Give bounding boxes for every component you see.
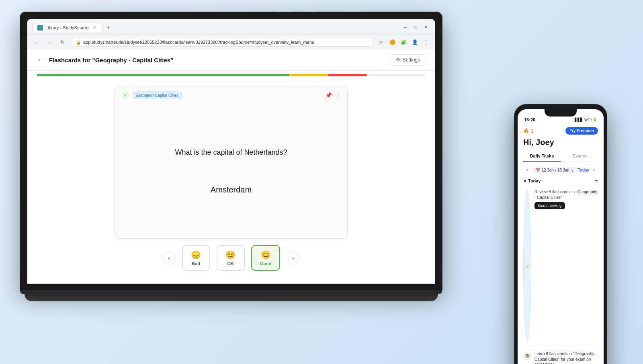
card-divider: [151, 173, 311, 173]
add-task-button[interactable]: +: [594, 177, 598, 184]
ok-label: OK: [227, 261, 234, 266]
laptop-bottom-bezel: [27, 284, 435, 290]
next-week-button[interactable]: ›: [590, 166, 598, 174]
flashcard-area: ✓ European Capital Cities 📌 ⋮ What is th…: [27, 80, 435, 284]
settings-icon: ⚙: [396, 57, 400, 63]
phone: 16:20 ▋▋▋ WiFi 🔋 🔥 1 Try Premium H: [514, 104, 607, 364]
ok-emoji: 😐: [225, 250, 235, 260]
refresh-button[interactable]: ↻: [58, 37, 68, 47]
phone-bezel: 16:20 ▋▋▋ WiFi 🔋 🔥 1 Try Premium H: [514, 104, 607, 364]
page-title: Flashcards for "Geography - Capital Citi…: [49, 57, 173, 63]
flashcard-status-icon: ✓: [121, 91, 129, 99]
task-flashcard-icon: ⚡: [523, 190, 531, 343]
good-emoji: 😊: [261, 250, 271, 260]
bad-emoji: 😞: [191, 250, 201, 260]
prev-week-button[interactable]: ‹: [523, 166, 531, 174]
rating-bar: ‹ 😞 Bad 😐 OK 😊 Good: [163, 239, 300, 277]
browser-window: Library - StudySmarter ✕ + − □ ✕ ← →: [27, 19, 435, 284]
lock-icon: 🔒: [76, 40, 81, 45]
progress-bar-track: [37, 74, 425, 76]
chevron-down-icon: ∨: [571, 168, 574, 172]
tab-daily-tasks[interactable]: Daily Tasks: [523, 151, 561, 162]
more-options-icon[interactable]: ⋮: [335, 92, 341, 98]
bad-label: Bad: [192, 261, 200, 266]
laptop-base: [25, 294, 438, 301]
settings-button[interactable]: ⚙ Settings: [391, 54, 425, 65]
forward-button[interactable]: →: [45, 37, 55, 47]
page-header-left: ← Flashcards for "Geography - Capital Ci…: [37, 56, 173, 64]
phone-time: 16:20: [524, 117, 535, 122]
flashcard-answer-text: Amsterdam: [211, 185, 252, 194]
url-text: app.studysmarter.de/studyset/12555233/fl…: [83, 40, 314, 45]
maximize-icon[interactable]: □: [412, 23, 420, 31]
progress-bar-red: [328, 74, 367, 76]
phone-status-icons: ▋▋▋ WiFi 🔋: [575, 118, 597, 122]
calendar-icon: 📅: [535, 168, 540, 172]
minimize-icon[interactable]: −: [401, 23, 409, 31]
flashcard-top-right: 📌 ⋮: [325, 92, 341, 98]
next-card-button[interactable]: ›: [287, 252, 299, 264]
prev-card-button[interactable]: ‹: [163, 252, 176, 264]
bad-rating-button[interactable]: 😞 Bad: [182, 245, 210, 271]
expand-icon: ∨: [523, 178, 526, 184]
phone-greeting: Hi, Joey: [523, 138, 598, 147]
task-content: Review 5 flashcards in "Geography - Capi…: [534, 189, 598, 209]
laptop: Library - StudySmarter ✕ + − □ ✕ ← →: [20, 12, 442, 301]
progress-bar-yellow: [289, 74, 328, 76]
flashcard: ✓ European Capital Cities 📌 ⋮ What is th…: [115, 86, 348, 239]
flashcard-question-text: What is the capital of Netherlands?: [175, 148, 287, 157]
page-header: ← Flashcards for "Geography - Capital Ci…: [27, 49, 435, 71]
phone-top-row: 🔥 1 Try Premium: [523, 127, 598, 135]
signal-icon: ▋▋▋: [575, 118, 583, 122]
phone-main-content: 🔥 1 Try Premium Hi, Joey Daily Tasks Exa…: [518, 124, 604, 364]
phone-streak: 🔥 1: [523, 128, 534, 134]
progress-bar-container: [27, 71, 435, 80]
close-window-icon[interactable]: ✕: [422, 23, 430, 31]
browser-tab-active[interactable]: Library - StudySmarter ✕: [32, 23, 102, 32]
tab-exams[interactable]: Exams: [561, 151, 598, 162]
task-learn-icon: 📚: [523, 352, 531, 360]
tab-favicon: [37, 25, 43, 31]
phone-screen: 16:20 ▋▋▋ WiFi 🔋 🔥 1 Try Premium H: [518, 109, 604, 364]
today-section: ∨ Today › + ⚡ Review 5 flashcards in "Ge…: [523, 177, 598, 364]
browser-tab-bar: Library - StudySmarter ✕ + − □ ✕: [27, 19, 435, 35]
browser-controls: ← → ↻ 🔒 app.studysmarter.de/studyset/125…: [27, 35, 435, 49]
menu-icon[interactable]: ⋮: [422, 38, 430, 46]
today-count-icon: ›: [543, 179, 544, 183]
today-label: ∨ Today ›: [523, 178, 544, 184]
flashcard-question-area: What is the capital of Netherlands? Amst…: [115, 104, 347, 238]
new-tab-button[interactable]: +: [104, 22, 114, 32]
address-bar[interactable]: 🔒 app.studysmarter.de/studyset/12555233/…: [71, 38, 374, 47]
task-item: 📚 Learn 8 flashcards in "Geography - Cap…: [523, 349, 598, 364]
flame-icon: 🔥: [523, 128, 529, 134]
tab-label: Library - StudySmarter: [45, 25, 90, 30]
try-premium-button[interactable]: Try Premium: [565, 127, 598, 135]
battery-icon: 🔋: [593, 118, 597, 122]
bookmark-icon[interactable]: ☆: [377, 38, 385, 46]
phone-date-nav: ‹ 📅 12 Jan - 18 Jan ∨ Today ›: [523, 166, 598, 174]
tab-close-button[interactable]: ✕: [92, 25, 97, 30]
flashcard-top-left: ✓ European Capital Cities: [121, 91, 182, 99]
start-reviewing-button[interactable]: Start reviewing: [534, 202, 565, 209]
page-content: ← Flashcards for "Geography - Capital Ci…: [27, 49, 435, 284]
tab-bar: Library - StudySmarter ✕ +: [32, 22, 398, 32]
page-back-button[interactable]: ←: [37, 56, 44, 64]
ok-rating-button[interactable]: 😐 OK: [217, 245, 245, 271]
pin-icon[interactable]: 📌: [325, 92, 332, 98]
wifi-icon: WiFi: [584, 118, 592, 122]
today-button[interactable]: Today: [578, 168, 590, 172]
user-icon[interactable]: 👤: [411, 38, 419, 46]
laptop-screen-bezel: Library - StudySmarter ✕ + − □ ✕ ← →: [20, 12, 442, 290]
laptop-hinge: [20, 290, 442, 294]
good-rating-button[interactable]: 😊 Good: [251, 245, 281, 271]
phone-tabs: Daily Tasks Exams: [523, 151, 598, 162]
flashcard-top-bar: ✓ European Capital Cities 📌 ⋮: [115, 86, 347, 104]
extensions-icon[interactable]: 🧩: [399, 38, 408, 46]
task-item: ⚡ Review 5 flashcards in "Geography - Ca…: [523, 187, 598, 346]
date-range: 📅 12 Jan - 18 Jan ∨: [532, 167, 577, 174]
task-text-2: Learn 8 flashcards in "Geography - Capit…: [534, 351, 598, 364]
studysmarter-extension-icon[interactable]: 🟠: [388, 38, 396, 46]
back-button[interactable]: ←: [32, 37, 42, 47]
progress-bar-green: [37, 74, 289, 76]
phone-notch: [545, 109, 577, 117]
